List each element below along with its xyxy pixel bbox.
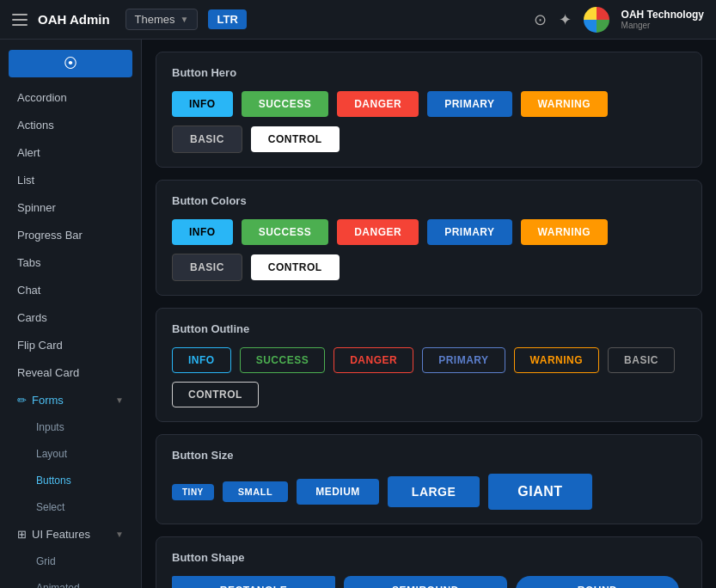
sidebar-item-actions[interactable]: Actions (5, 112, 136, 138)
btn-outline-info[interactable]: INFO (172, 347, 231, 373)
topnav-right: ⊙ ✦ OAH Technology Manger (534, 7, 704, 33)
home-icon: ⦿ (64, 56, 77, 70)
user-info: OAH Technology Manger (621, 9, 704, 30)
chevron-icon: ▼ (115, 395, 124, 405)
button-size-row: TINY SMALL MEDIUM LARGE GIANT (172, 474, 686, 510)
btn-outline-warning[interactable]: WARNING (514, 347, 600, 373)
sidebar-item-select[interactable]: Select (24, 494, 136, 520)
btn-basic-hero[interactable]: BASIC (172, 126, 242, 153)
button-outline-section: Button Outline INFO SUCCESS DANGER PRIMA… (156, 308, 702, 422)
button-size-title: Button Size (172, 449, 686, 462)
sidebar-home[interactable]: ⦿ (9, 50, 132, 77)
sidebar: ⦿ Accordion Actions Alert List Spinner P… (0, 40, 142, 588)
sidebar-item-cards[interactable]: Cards (5, 304, 136, 331)
btn-outline-primary[interactable]: PRIMARY (422, 347, 505, 373)
btn-success-hero[interactable]: SUCCESS (242, 91, 329, 117)
user-role: Manger (621, 21, 704, 30)
btn-medium[interactable]: MEDIUM (297, 479, 379, 505)
btn-semiround[interactable]: SEMIROUND (344, 576, 507, 588)
sidebar-item-layout[interactable]: Layout (24, 441, 136, 467)
sidebar-item-spinner[interactable]: Spinner (5, 194, 136, 221)
btn-primary-hero[interactable]: PRIMARY (427, 91, 511, 117)
btn-info-hero[interactable]: INFO (172, 91, 233, 117)
btn-outline-control[interactable]: CONTROL (172, 382, 259, 407)
uifeatures-sub-menu: Grid Animated Searches (0, 548, 141, 588)
sidebar-item-progressbar[interactable]: Progress Bar (5, 222, 136, 248)
button-outline-title: Button Outline (172, 322, 686, 335)
btn-outline-success[interactable]: SUCCESS (240, 347, 326, 373)
btn-control-colors[interactable]: CONTROL (251, 254, 340, 280)
ltr-button[interactable]: LTR (208, 9, 246, 29)
btn-danger-hero[interactable]: DANGER (337, 91, 419, 117)
btn-success-colors[interactable]: SUCCESS (242, 219, 329, 245)
btn-outline-danger[interactable]: DANGER (334, 347, 413, 373)
button-colors-row: INFO SUCCESS DANGER PRIMARY WARNING BASI… (172, 219, 686, 281)
sidebar-item-buttons[interactable]: Buttons (24, 468, 136, 493)
topnav: OAH Admin Themes ▼ LTR ⊙ ✦ OAH Technolog… (0, 0, 716, 40)
sidebar-item-accordion[interactable]: Accordion (5, 84, 136, 111)
themes-dropdown[interactable]: Themes ▼ (125, 9, 199, 30)
btn-large[interactable]: LARGE (388, 476, 480, 507)
button-shape-title: Button Shape (172, 551, 686, 564)
sidebar-item-list[interactable]: List (5, 167, 136, 193)
btn-rectangle[interactable]: RECTANGLE (172, 576, 335, 588)
user-name: OAH Technology (621, 9, 704, 21)
sidebar-item-grid[interactable]: Grid (24, 548, 136, 574)
button-colors-title: Button Colors (172, 194, 686, 207)
sidebar-item-chat[interactable]: Chat (5, 277, 136, 303)
button-size-section: Button Size TINY SMALL MEDIUM LARGE GIAN… (156, 434, 702, 524)
button-shape-row: RECTANGLE SEMIROUND ROUND (172, 576, 686, 588)
sidebar-item-alert[interactable]: Alert (5, 139, 136, 166)
sidebar-item-inputs[interactable]: Inputs (24, 414, 136, 440)
btn-giant[interactable]: GIANT (488, 474, 591, 510)
button-hero-title: Button Hero (172, 66, 686, 79)
btn-control-hero[interactable]: CONTROL (251, 126, 340, 152)
chevron-down-icon: ▼ (181, 15, 189, 24)
sidebar-item-animated-searches[interactable]: Animated Searches (24, 575, 136, 588)
btn-primary-colors[interactable]: PRIMARY (427, 219, 511, 245)
button-hero-row: INFO SUCCESS DANGER PRIMARY WARNING BASI… (172, 91, 686, 153)
btn-info-colors[interactable]: INFO (172, 219, 233, 245)
button-outline-row: INFO SUCCESS DANGER PRIMARY WARNING BASI… (172, 347, 686, 407)
forms-icon: ✏ (17, 394, 27, 407)
chevron-icon-ui: ▼ (115, 530, 124, 539)
btn-round[interactable]: ROUND (516, 576, 679, 588)
btn-tiny[interactable]: TINY (172, 484, 214, 500)
grid-icon: ⊞ (17, 528, 27, 541)
button-colors-section: Button Colors INFO SUCCESS DANGER PRIMAR… (156, 180, 702, 296)
hamburger-menu[interactable] (12, 14, 28, 26)
sidebar-item-uifeatures[interactable]: ⊞ UI Features ▼ (5, 521, 136, 548)
sidebar-item-revealcard[interactable]: Reveal Card (5, 359, 136, 386)
sidebar-item-flipcard[interactable]: Flip Card (5, 332, 136, 358)
button-hero-section: Button Hero INFO SUCCESS DANGER PRIMARY … (156, 52, 702, 168)
main-content: Button Hero INFO SUCCESS DANGER PRIMARY … (142, 40, 716, 588)
layout: ⦿ Accordion Actions Alert List Spinner P… (0, 40, 716, 588)
github-icon[interactable]: ⊙ (534, 10, 547, 29)
twitter-icon[interactable]: ✦ (559, 10, 572, 29)
btn-outline-basic[interactable]: BASIC (608, 347, 675, 373)
btn-small[interactable]: SMALL (223, 481, 288, 502)
btn-danger-colors[interactable]: DANGER (337, 219, 419, 245)
btn-basic-colors[interactable]: BASIC (172, 254, 242, 281)
btn-warning-colors[interactable]: WARNING (521, 219, 609, 245)
btn-warning-hero[interactable]: WARNING (521, 91, 609, 117)
brand-name: OAH Admin (38, 12, 110, 27)
sidebar-item-forms[interactable]: ✏ Forms ▼ (5, 387, 136, 413)
forms-sub-menu: Inputs Layout Buttons Select (0, 414, 141, 520)
sidebar-item-tabs[interactable]: Tabs (5, 249, 136, 276)
avatar (584, 7, 609, 33)
button-shape-section: Button Shape RECTANGLE SEMIROUND ROUND (156, 536, 702, 588)
